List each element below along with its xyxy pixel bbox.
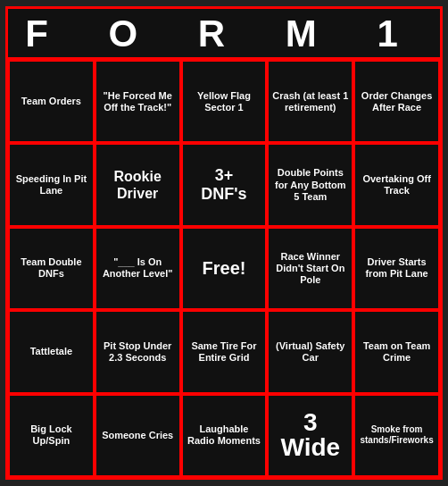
cell-r2c1[interactable]: Speeding In Pit Lane: [8, 143, 95, 226]
cell-r3c4[interactable]: Race Winner Didn't Start On Pole: [267, 227, 353, 310]
cell-r1c1[interactable]: Team Orders: [8, 60, 95, 143]
cell-text: Crash (at least 1 retirement): [271, 90, 349, 113]
cell-text: Double Points for Any Bottom 5 Team: [271, 167, 349, 203]
cell-r2c4[interactable]: Double Points for Any Bottom 5 Team: [267, 143, 353, 226]
cell-r3c2[interactable]: "___ Is On Another Level": [95, 227, 181, 310]
cell-r1c4[interactable]: Crash (at least 1 retirement): [267, 60, 353, 143]
cell-r3c1[interactable]: Team Double DNFs: [8, 227, 95, 310]
cell-text: Smoke from stands/Fireworks: [358, 424, 436, 446]
cell-text: Speeding In Pit Lane: [12, 173, 90, 197]
cell-text: Free!: [203, 257, 246, 279]
cell-text: Driver Starts from Pit Lane: [358, 256, 436, 280]
cell-r5c1[interactable]: Big Lock Up/Spin: [8, 394, 95, 477]
cell-text: "He Forced Me Off the Track!": [99, 90, 177, 113]
cell-text: Team on Team Crime: [358, 340, 436, 364]
cell-r5c3[interactable]: Laughable Radio Moments: [181, 394, 268, 477]
cell-r1c5[interactable]: Order Changes After Race: [353, 60, 440, 143]
cell-text: Team Double DNFs: [12, 256, 90, 280]
cell-r5c5[interactable]: Smoke from stands/Fireworks: [353, 394, 440, 477]
cell-text: Big Lock Up/Spin: [12, 423, 90, 447]
cell-r5c2[interactable]: Someone Cries: [95, 394, 181, 477]
cell-r4c2[interactable]: Pit Stop Under 2.3 Seconds: [95, 310, 181, 393]
cell-r2c2[interactable]: Rookie Driver: [95, 143, 181, 226]
card-title: F O R M 1: [8, 9, 440, 60]
cell-text: Overtaking Off Track: [358, 173, 436, 197]
cell-text: Rookie Driver: [99, 168, 177, 202]
cell-text: Pit Stop Under 2.3 Seconds: [99, 340, 177, 364]
cell-text: 3Wide: [280, 410, 340, 460]
cell-r4c3[interactable]: Same Tire For Entire Grid: [181, 310, 268, 393]
cell-text: Tattletale: [30, 346, 72, 357]
cell-r5c4[interactable]: 3Wide: [267, 394, 353, 477]
cell-r4c1[interactable]: Tattletale: [8, 310, 95, 393]
cell-text: Laughable Radio Moments: [186, 423, 263, 447]
cell-r3c3-free[interactable]: Free!: [181, 227, 268, 310]
cell-text: Same Tire For Entire Grid: [186, 340, 263, 364]
cell-text: 3+DNF's: [201, 166, 246, 205]
cell-text: Race Winner Didn't Start On Pole: [271, 251, 349, 287]
cell-text: Team Orders: [21, 96, 81, 107]
cell-text: Someone Cries: [102, 430, 173, 441]
cell-r4c4[interactable]: (Virtual) Safety Car: [267, 310, 353, 393]
bingo-card: F O R M 1 Team Orders "He Forced Me Off …: [5, 6, 443, 480]
cell-r1c3[interactable]: Yellow Flag Sector 1: [181, 60, 268, 143]
cell-r4c5[interactable]: Team on Team Crime: [353, 310, 440, 393]
cell-text: (Virtual) Safety Car: [271, 340, 349, 364]
cell-r3c5[interactable]: Driver Starts from Pit Lane: [353, 227, 440, 310]
cell-text: "___ Is On Another Level": [99, 256, 177, 280]
cell-text: Yellow Flag Sector 1: [186, 90, 263, 113]
bingo-grid: Team Orders "He Forced Me Off the Track!…: [8, 60, 440, 477]
cell-r2c5[interactable]: Overtaking Off Track: [353, 143, 440, 226]
cell-r1c2[interactable]: "He Forced Me Off the Track!": [95, 60, 181, 143]
cell-r2c3[interactable]: 3+DNF's: [181, 143, 268, 226]
cell-text: Order Changes After Race: [358, 90, 436, 113]
